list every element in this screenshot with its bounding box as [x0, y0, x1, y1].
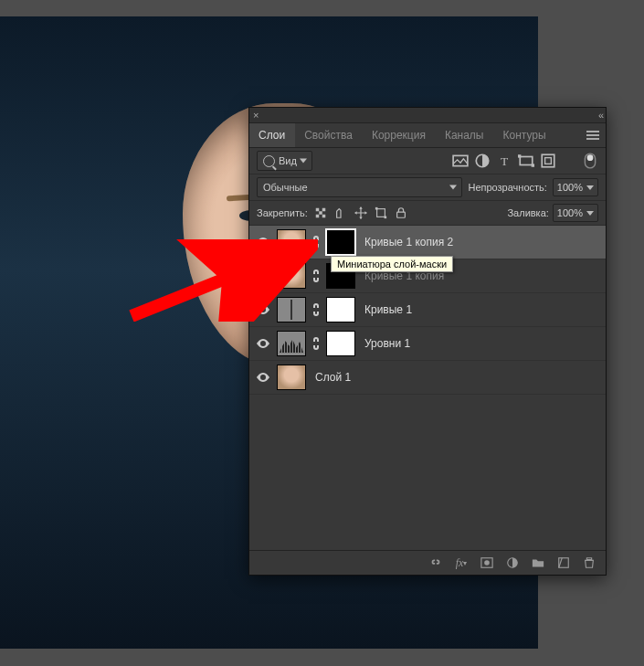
- hamburger-icon: [586, 131, 599, 140]
- layer-name[interactable]: Уровни 1: [364, 337, 410, 350]
- filter-type-icon[interactable]: T: [496, 153, 512, 169]
- chevron-down-icon: [586, 211, 594, 216]
- panel-tabs: Слои Свойства Коррекция Каналы Контуры: [249, 123, 606, 148]
- mask-link-icon[interactable]: [311, 302, 321, 317]
- layer-filter-kind-label: Вид: [279, 155, 297, 166]
- layer-name[interactable]: Слой 1: [315, 371, 351, 384]
- mask-link-icon[interactable]: [311, 269, 321, 283]
- blend-mode-select[interactable]: Обычные: [257, 177, 462, 197]
- mask-link-icon[interactable]: [311, 235, 321, 249]
- mask-link-icon[interactable]: [311, 336, 321, 351]
- delete-layer-button[interactable]: [582, 555, 596, 570]
- tab-paths[interactable]: Контуры: [494, 123, 556, 147]
- new-group-button[interactable]: [531, 555, 545, 570]
- filter-smartobject-icon[interactable]: [540, 153, 556, 169]
- layer-thumbnail[interactable]: [277, 229, 306, 255]
- layer-row[interactable]: Кривые 1 копия 2: [249, 226, 606, 259]
- visibility-toggle[interactable]: [255, 335, 271, 352]
- visibility-toggle[interactable]: [255, 234, 271, 250]
- svg-rect-20: [376, 209, 385, 217]
- filter-adjustment-icon[interactable]: [474, 153, 491, 169]
- lock-position-icon[interactable]: [354, 206, 368, 220]
- svg-rect-11: [316, 208, 320, 212]
- filter-shape-icon[interactable]: [518, 153, 534, 169]
- fill-label: Заливка:: [507, 207, 548, 218]
- layer-list: Кривые 1 копия 2 Кривые 1 копия Кривые 1: [249, 226, 606, 550]
- filter-toggle[interactable]: [582, 153, 598, 169]
- lock-label: Закрепить:: [257, 207, 308, 218]
- svg-rect-12: [322, 208, 326, 212]
- filter-pixel-icon[interactable]: [452, 153, 469, 169]
- lock-row: Закрепить: Заливка: 100%: [249, 201, 606, 226]
- tooltip: Миниатюра слой-маски: [331, 256, 453, 272]
- layer-row[interactable]: Кривые 1: [249, 293, 606, 327]
- tab-properties[interactable]: Свойства: [295, 123, 363, 147]
- svg-rect-3: [520, 157, 533, 165]
- svg-rect-14: [316, 215, 320, 218]
- blend-row: Обычные Непрозрачность: 100%: [249, 174, 606, 201]
- link-layers-button[interactable]: [428, 555, 443, 570]
- fill-field[interactable]: 100%: [553, 204, 598, 222]
- opacity-value: 100%: [557, 182, 583, 193]
- add-mask-button[interactable]: [480, 555, 494, 570]
- tab-adjustments[interactable]: Коррекция: [363, 123, 436, 147]
- visibility-toggle[interactable]: [255, 268, 271, 284]
- layers-panel: × « Слои Свойства Коррекция Каналы Конту…: [248, 107, 607, 576]
- svg-text:T: T: [501, 154, 509, 168]
- svg-marker-17: [359, 217, 363, 219]
- svg-rect-5: [532, 164, 534, 166]
- panel-titlebar[interactable]: × «: [249, 108, 606, 123]
- layer-mask-thumbnail[interactable]: [326, 331, 355, 356]
- svg-point-25: [484, 560, 490, 566]
- lock-all-icon[interactable]: [394, 206, 408, 220]
- layer-name[interactable]: Кривые 1: [364, 303, 412, 316]
- lock-transparency-icon[interactable]: [313, 206, 328, 220]
- svg-marker-18: [354, 211, 357, 215]
- layer-thumbnail[interactable]: [277, 365, 306, 390]
- svg-point-9: [587, 154, 594, 161]
- lock-image-icon[interactable]: [333, 206, 348, 220]
- svg-marker-16: [359, 206, 363, 209]
- panel-menu-button[interactable]: [580, 123, 606, 147]
- layer-name[interactable]: Кривые 1 копия 2: [364, 236, 453, 248]
- visibility-toggle[interactable]: [255, 369, 271, 386]
- layer-filter-kind[interactable]: Вид: [257, 151, 312, 171]
- tab-layers[interactable]: Слои: [249, 123, 295, 147]
- svg-rect-23: [396, 212, 405, 217]
- fill-value: 100%: [557, 207, 583, 218]
- layer-style-button[interactable]: fx▾: [454, 555, 469, 570]
- svg-rect-6: [542, 154, 554, 167]
- collapse-icon[interactable]: «: [598, 110, 602, 121]
- svg-rect-4: [518, 154, 521, 157]
- layer-mask-thumbnail[interactable]: [326, 297, 355, 322]
- svg-rect-7: [545, 158, 552, 164]
- layer-mask-thumbnail[interactable]: [326, 229, 355, 255]
- opacity-field[interactable]: 100%: [553, 178, 598, 196]
- layers-panel-footer: fx▾: [249, 550, 606, 575]
- blend-mode-value: Обычные: [263, 182, 308, 193]
- opacity-label: Непрозрачность:: [468, 182, 546, 193]
- new-layer-button[interactable]: [556, 555, 571, 570]
- adjustment-thumbnail[interactable]: [277, 331, 306, 356]
- visibility-toggle[interactable]: [255, 301, 271, 318]
- svg-rect-22: [384, 217, 386, 219]
- svg-rect-13: [319, 211, 322, 215]
- new-adjustment-button[interactable]: [505, 555, 520, 570]
- layer-thumbnail[interactable]: [277, 263, 306, 289]
- layer-row[interactable]: Уровни 1: [249, 327, 606, 361]
- svg-rect-21: [375, 207, 378, 210]
- svg-marker-19: [364, 211, 367, 215]
- close-icon[interactable]: ×: [253, 110, 259, 121]
- layer-filter-row: Вид T: [249, 148, 606, 174]
- chevron-down-icon: [586, 185, 594, 190]
- search-icon: [263, 155, 275, 167]
- lock-artboard-icon[interactable]: [374, 206, 388, 220]
- svg-rect-15: [322, 215, 326, 218]
- adjustment-thumbnail[interactable]: [277, 297, 306, 322]
- layer-row[interactable]: Слой 1: [249, 361, 606, 395]
- tab-channels[interactable]: Каналы: [436, 123, 494, 147]
